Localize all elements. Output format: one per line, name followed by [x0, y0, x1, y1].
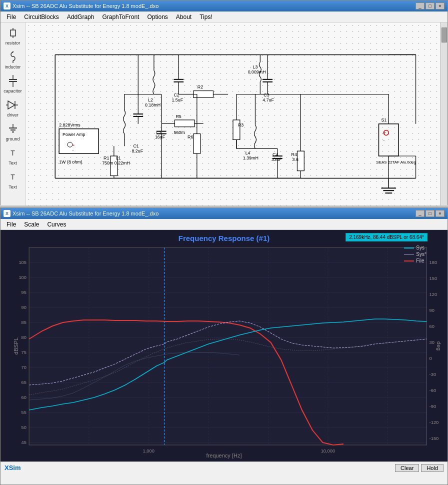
svg-rect-49: [174, 120, 194, 127]
tool-text1[interactable]: T Text: [4, 144, 22, 166]
svg-rect-133: [29, 248, 426, 445]
bottom-close-button[interactable]: ×: [436, 210, 444, 217]
menu-options[interactable]: Options: [143, 12, 172, 22]
hold-button[interactable]: Hold: [421, 464, 444, 472]
svg-text:1.5uF: 1.5uF: [172, 98, 183, 102]
resistor-icon: [6, 26, 20, 40]
y-axis-right-label: deg: [436, 341, 442, 350]
schematic-area: resistor inductor: [0, 22, 448, 206]
svg-text:8.2uF: 8.2uF: [132, 148, 143, 154]
inductor-icon: [6, 50, 20, 64]
svg-text:C1: C1: [133, 144, 138, 148]
svg-text:1W (8 ohm): 1W (8 ohm): [59, 160, 82, 164]
tool-resistor[interactable]: resistor: [4, 24, 22, 46]
svg-marker-9: [8, 101, 15, 109]
bottom-maximize-button[interactable]: □: [426, 210, 434, 217]
svg-text:30: 30: [430, 340, 434, 345]
svg-text:R3: R3: [238, 122, 244, 128]
svg-text:4.7uF: 4.7uF: [262, 98, 274, 102]
clear-button[interactable]: Clear: [395, 464, 419, 472]
svg-text:L2: L2: [148, 98, 153, 102]
left-toolbar: resistor inductor: [0, 22, 26, 206]
tool-ground[interactable]: ground: [4, 120, 22, 142]
svg-rect-54: [194, 134, 200, 154]
svg-text:L4: L4: [246, 150, 250, 156]
schematic-svg: Power Amp + - 2.828Vrms 1W (8 ohm) R1 75…: [26, 22, 440, 206]
bottom-status-bar: XSim Clear Hold: [0, 462, 448, 474]
svg-text:+: +: [72, 143, 75, 148]
svg-text:R4: R4: [292, 152, 297, 157]
legend-file-label: File: [416, 258, 424, 264]
svg-text:750m: 750m: [102, 160, 113, 166]
scrollbar-thumb[interactable]: [442, 28, 447, 42]
menu-addgraph[interactable]: AddGraph: [63, 12, 98, 22]
legend-sys: Sys: [404, 245, 426, 250]
svg-text:55: 55: [22, 410, 26, 415]
minimize-button[interactable]: _: [416, 2, 424, 10]
bottom-buttons: Clear Hold: [395, 464, 444, 472]
driver-label: driver: [7, 112, 18, 118]
svg-text:50: 50: [22, 425, 26, 430]
svg-text:100: 100: [18, 275, 26, 280]
menu-about[interactable]: About: [172, 12, 196, 22]
svg-text:3.6: 3.6: [292, 157, 298, 162]
menu-tips[interactable]: Tips!: [196, 12, 216, 22]
menu-file[interactable]: File: [2, 12, 20, 22]
svg-text:R6: R6: [188, 134, 193, 140]
svg-text:SEAS 22TAF Alu 0deg: SEAS 22TAF Alu 0deg: [376, 160, 416, 164]
legend-sys-deg-label: Sys°: [416, 252, 426, 257]
svg-text:R2: R2: [198, 84, 203, 90]
svg-text:-30: -30: [430, 372, 436, 377]
svg-rect-1: [10, 30, 16, 36]
tool-driver[interactable]: driver: [4, 96, 22, 118]
chart-legend: Sys Sys° File: [404, 245, 426, 264]
svg-text:95: 95: [22, 290, 26, 295]
svg-text:-90: -90: [430, 404, 436, 409]
legend-file-line: [404, 260, 414, 262]
svg-text:560m: 560m: [174, 130, 184, 135]
svg-text:-: -: [72, 148, 74, 152]
schematic-canvas[interactable]: Power Amp + - 2.828Vrms 1W (8 ohm) R1 75…: [26, 22, 440, 206]
maximize-button[interactable]: □: [426, 2, 434, 10]
top-window-title: Xsim -- SB 26ADC Alu Substitute for Ener…: [12, 3, 158, 9]
bottom-app-icon: X: [4, 210, 10, 217]
legend-file: File: [404, 258, 426, 264]
menu-bottom-file[interactable]: File: [2, 220, 20, 229]
menu-graphtofront[interactable]: GraphToFront: [98, 12, 143, 22]
svg-text:-120: -120: [430, 420, 439, 425]
menu-bottom-curves[interactable]: Curves: [43, 220, 70, 229]
app-icon: X: [4, 2, 10, 10]
menu-bottom-scale[interactable]: Scale: [20, 220, 43, 229]
tool-inductor[interactable]: inductor: [4, 48, 22, 70]
tool-text2[interactable]: T Text: [4, 168, 22, 190]
svg-text:R5: R5: [176, 114, 181, 119]
svg-text:L1: L1: [116, 156, 121, 160]
x-axis-label: frequency [Hz]: [206, 452, 242, 458]
svg-text:0: 0: [430, 356, 432, 361]
resistor-label: resistor: [6, 40, 20, 46]
tool-capacitor[interactable]: capacitor: [2, 72, 23, 94]
svg-text:90: 90: [22, 305, 26, 310]
svg-text:-60: -60: [430, 388, 436, 393]
svg-text:16uF: 16uF: [155, 134, 166, 140]
bottom-minimize-button[interactable]: _: [416, 210, 424, 217]
scrollbar-vertical[interactable]: [440, 22, 448, 206]
svg-text:120: 120: [430, 292, 438, 297]
svg-text:75: 75: [22, 350, 26, 355]
inductor-label: inductor: [4, 64, 20, 70]
svg-text:80: 80: [22, 335, 26, 340]
capacitor-label: capacitor: [4, 88, 22, 94]
close-button[interactable]: ×: [436, 2, 444, 10]
chart-area[interactable]: Frequency Response (#1) 2.169kHz, 86.44 …: [0, 230, 448, 462]
ground-label: ground: [6, 136, 20, 142]
chart-svg: 105 100 95 90 85 80 75 70 65 60 55 50 45…: [0, 230, 448, 462]
svg-text:60: 60: [430, 324, 434, 329]
menu-circuitblocks[interactable]: CircuitBlocks: [20, 12, 62, 22]
svg-text:70: 70: [22, 365, 26, 370]
svg-text:33uF: 33uF: [272, 157, 282, 162]
y-axis-left-label: dBSPL: [13, 337, 19, 354]
svg-text:-: -: [383, 138, 384, 142]
text2-icon: T: [6, 170, 20, 184]
svg-text:1,000: 1,000: [143, 448, 154, 454]
svg-rect-102: [378, 124, 398, 156]
